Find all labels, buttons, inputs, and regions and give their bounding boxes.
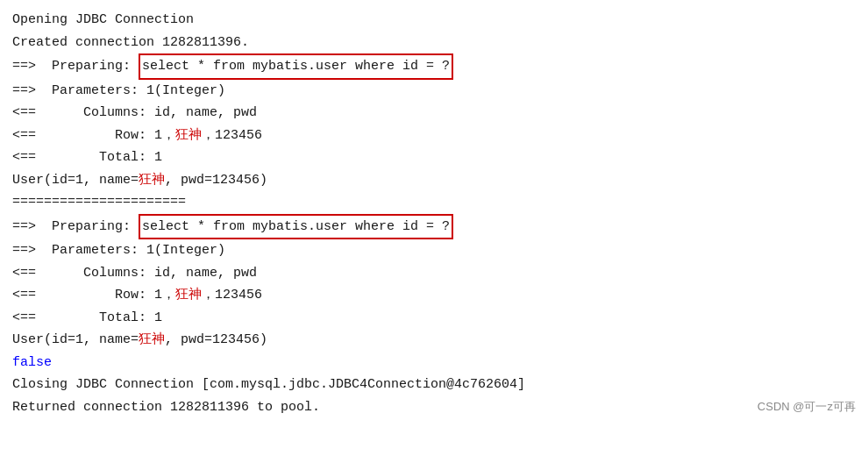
line-false: false [12,352,856,374]
line9-text: ====================== [12,191,186,214]
line-preparing-1: ==> Preparing: select * from mybatis.use… [12,53,856,80]
line-created-connection: Created connection 1282811396. [12,32,856,54]
line2-text: Created connection 1282811396. [12,32,249,54]
line10-highlighted: select * from mybatis.user where id = ? [139,214,453,240]
watermark: CSDN @可一z可再 [758,397,856,417]
line-returned-connection: Returned connection 1282811396 to pool. [12,396,856,419]
line-user-2: User(id=1, name=狂神, pwd=123456) [12,329,856,352]
line12-text: <== Columns: id, name, pwd [12,262,257,285]
line13-chinese: 狂神 [175,284,202,307]
line-columns-1: <== Columns: id, name, pwd [12,102,856,125]
line6-suffix: ，123456 [202,125,262,147]
line-separator: ====================== [12,191,856,214]
line15-chinese: 狂神 [139,329,165,352]
line15-prefix: User(id=1, name= [12,329,139,352]
line3-highlighted: select * from mybatis.user where id = ? [139,53,453,80]
line13-prefix: <== Row: 1， [12,284,175,307]
line8-prefix: User(id=1, name= [12,169,139,192]
line-row-2: <== Row: 1，狂神，123456 [12,284,856,307]
line8-suffix: , pwd=123456) [165,169,267,192]
line-preparing-2: ==> Preparing: select * from mybatis.use… [12,214,856,240]
line-row-1: <== Row: 1，狂神，123456 [12,125,856,147]
line-parameters-1: ==> Parameters: 1(Integer) [12,80,856,103]
console-output: Opening JDBC Connection Created connecti… [0,0,868,427]
line5-text: <== Columns: id, name, pwd [12,102,257,125]
line-closing-jdbc: Closing JDBC Connection [com.mysql.jdbc.… [12,374,856,396]
line11-text: ==> Parameters: 1(Integer) [12,239,225,262]
line-total-1: <== Total: 1 [12,146,856,169]
line14-text: <== Total: 1 [12,307,162,330]
line15-suffix: , pwd=123456) [165,329,267,352]
line13-suffix: ，123456 [202,284,262,307]
line-parameters-2: ==> Parameters: 1(Integer) [12,239,856,262]
line-user-1: User(id=1, name=狂神, pwd=123456) [12,169,856,192]
line18-text: Returned connection 1282811396 to pool. [12,396,320,419]
line3-prefix: ==> Preparing: [12,55,139,78]
line17-text: Closing JDBC Connection [com.mysql.jdbc.… [12,374,525,396]
line6-chinese: 狂神 [175,125,202,147]
line-opening-jdbc: Opening JDBC Connection [12,9,856,32]
line10-prefix: ==> Preparing: [12,216,139,239]
line-total-2: <== Total: 1 [12,307,856,330]
line4-text: ==> Parameters: 1(Integer) [12,80,225,103]
line8-chinese: 狂神 [139,169,165,192]
line6-prefix: <== Row: 1， [12,125,175,147]
line7-text: <== Total: 1 [12,146,162,169]
line1-text: Opening JDBC Connection [12,9,194,32]
line16-text: false [12,352,52,374]
line-columns-2: <== Columns: id, name, pwd [12,262,856,285]
